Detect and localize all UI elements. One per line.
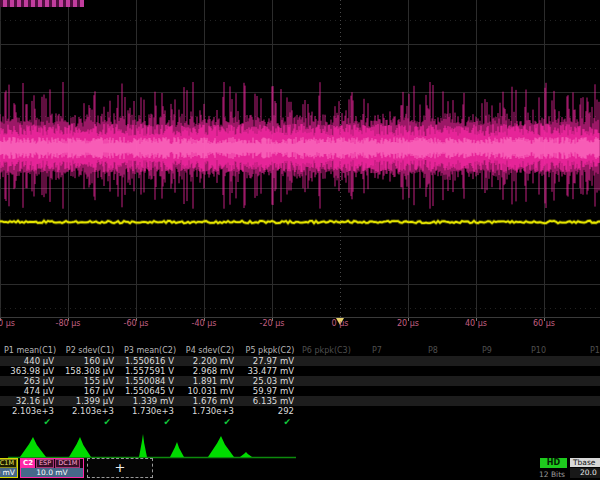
unused-parameter-headers: P6 pkpk(C3)P7P8P9P10P11 — [0, 345, 600, 356]
timebase-title: Tbase — [570, 458, 600, 467]
c2-label-badge: C2 — [21, 459, 35, 468]
measurement-value: 59.97 mV — [240, 386, 300, 396]
measurement-value: 2.968 mV — [180, 366, 240, 376]
table-row: 263 µV155 µV1.550084 V1.891 mV25.03 mV — [0, 376, 300, 386]
time-axis-label: -40 µs — [192, 319, 217, 328]
measurement-table: P1 mean(C1)P2 sdev(C1)P3 mean(C2)P4 sdev… — [0, 345, 300, 429]
measurement-value: 292 — [240, 406, 300, 416]
measurement-value: 10.031 mV — [180, 386, 240, 396]
histicon-peak — [240, 452, 252, 457]
unused-parameter-header[interactable]: P6 pkpk(C3) — [302, 345, 351, 356]
hd-mode-badge[interactable]: HD — [540, 458, 567, 468]
plus-icon: + — [115, 460, 126, 475]
time-axis-labels: -100 µs-80 µs-60 µs-40 µs-20 µs0 µs20 µs… — [0, 319, 600, 332]
time-axis-label: -100 µs — [0, 319, 15, 328]
histicon-peak — [69, 437, 91, 457]
channel-c2-descriptor[interactable]: C2 ESP DC1M 10.0 mV — [20, 458, 84, 478]
measurement-value: 2.103e+3 — [60, 406, 120, 416]
table-row: 2.103e+32.103e+31.730e+31.730e+3292 — [0, 406, 300, 416]
unused-parameter-header[interactable]: P11 — [590, 345, 600, 356]
measurement-value: 440 µV — [0, 356, 60, 366]
table-row: 440 µV160 µV1.550616 V2.200 mV27.97 mV — [0, 356, 300, 366]
channel-c1-descriptor[interactable]: DC1M 0 mV — [0, 458, 18, 478]
unused-parameter-header[interactable]: P10 — [531, 345, 546, 356]
time-axis-label: -20 µs — [260, 319, 285, 328]
measurement-value: 1.676 mV — [180, 396, 240, 406]
c2-volts-per-div: 10.0 mV — [21, 468, 83, 477]
c1-coupling-badge: DC1M — [0, 459, 17, 468]
measurement-value: 263 µV — [0, 376, 60, 386]
unused-parameter-header[interactable]: P9 — [482, 345, 492, 356]
measurement-value: 1.339 mV — [120, 396, 180, 406]
status-check-icon: ✔ — [120, 416, 180, 429]
time-axis-label: 20 µs — [397, 319, 419, 328]
measurement-value: 1.550084 V — [120, 376, 180, 386]
time-axis-label: -80 µs — [56, 319, 81, 328]
table-row: 32.16 µV1.399 µV1.339 mV1.676 mV6.135 mV — [0, 396, 300, 406]
waveform-traces — [0, 82, 600, 223]
status-check-icon: ✔ — [180, 416, 240, 429]
timebase-descriptor[interactable]: Tbase 20.0 — [570, 458, 600, 478]
measurement-value: 1.550645 V — [120, 386, 180, 396]
c1-badge-row: DC1M — [0, 459, 17, 468]
measurement-value: 155 µV — [60, 376, 120, 386]
measurement-value: 1.550616 V — [120, 356, 180, 366]
measurement-value: 32.16 µV — [0, 396, 60, 406]
add-trace-button[interactable]: + — [87, 458, 153, 478]
time-axis-label: 40 µs — [465, 319, 487, 328]
histicon-peak — [208, 436, 234, 457]
status-check-icon: ✔ — [0, 416, 60, 429]
measurement-value: 1.557591 V — [120, 366, 180, 376]
c2-coupling-badge: DC1M — [55, 459, 80, 468]
resolution-bits-label: 12 Bits — [539, 470, 565, 479]
time-axis-label: -60 µs — [124, 319, 149, 328]
measurement-value: 1.730e+3 — [180, 406, 240, 416]
status-check-icon: ✔ — [240, 416, 300, 429]
time-axis-label: 0 µs — [332, 319, 349, 328]
table-row: 474 µV167 µV1.550645 V10.031 mV59.97 mV — [0, 386, 300, 396]
c2-esp-badge: ESP — [36, 459, 54, 468]
histicon-peak — [170, 442, 184, 457]
timebase-value: 20.0 — [570, 468, 600, 478]
measurement-value: 363.98 µV — [0, 366, 60, 376]
measurement-value: 474 µV — [0, 386, 60, 396]
measurement-value: 167 µV — [60, 386, 120, 396]
measurement-value: 1.730e+3 — [120, 406, 180, 416]
measurement-value: 1.399 µV — [60, 396, 120, 406]
measurement-value: 160 µV — [60, 356, 120, 366]
c1-volts-per-div: 0 mV — [0, 468, 17, 477]
histicon-peak — [20, 437, 46, 457]
measurement-value: 158.308 µV — [60, 366, 120, 376]
oscilloscope-screen: -100 µs-80 µs-60 µs-40 µs-20 µs0 µs20 µs… — [0, 0, 600, 480]
unused-parameter-header[interactable]: P7 — [372, 345, 382, 356]
parameter-histicons — [8, 434, 296, 458]
measurement-value: 6.135 mV — [240, 396, 300, 406]
table-row: 363.98 µV158.308 µV1.557591 V2.968 mV33.… — [0, 366, 300, 376]
measurement-value: 25.03 mV — [240, 376, 300, 386]
measurement-value: 33.477 mV — [240, 366, 300, 376]
measurement-value: 2.103e+3 — [0, 406, 60, 416]
measurement-value: 1.891 mV — [180, 376, 240, 386]
measurement-value: 2.200 mV — [180, 356, 240, 366]
c2-badge-row: C2 ESP DC1M — [21, 459, 83, 468]
time-axis-label: 60 µs — [533, 319, 555, 328]
measurement-value: 27.97 mV — [240, 356, 300, 366]
status-check-icon: ✔ — [60, 416, 120, 429]
channel-descriptor-strip: DC1M 0 mV C2 ESP DC1M 10.0 mV + — [0, 458, 600, 480]
status-row: ✔✔✔✔✔ — [0, 416, 300, 429]
cropped-magenta-label — [0, 0, 84, 7]
histicon-peak — [139, 434, 147, 457]
unused-parameter-header[interactable]: P8 — [428, 345, 438, 356]
